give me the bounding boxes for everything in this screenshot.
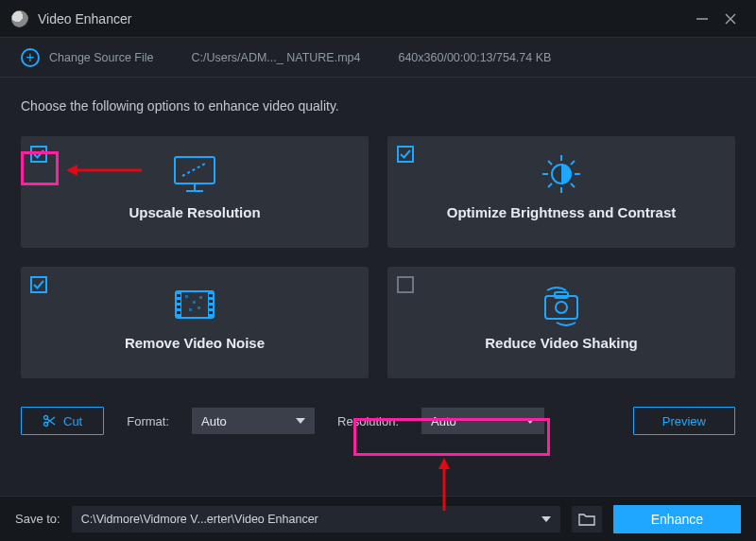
format-label: Format: bbox=[127, 414, 169, 428]
chevron-down-icon bbox=[525, 416, 535, 426]
source-meta: 640x360/00:00:13/754.74 KB bbox=[398, 51, 551, 64]
controls-row: Cut Format: Auto Resolution: Auto Previe… bbox=[21, 407, 735, 435]
folder-icon bbox=[578, 513, 595, 526]
scissors-icon bbox=[43, 414, 56, 428]
source-path: C:/Users/ADM..._ NATURE.mp4 bbox=[191, 51, 360, 64]
svg-rect-29 bbox=[199, 296, 202, 299]
brightness-contrast-icon bbox=[533, 149, 590, 199]
close-button[interactable] bbox=[716, 5, 745, 33]
instruction-text: Choose the following options to enhance … bbox=[21, 98, 735, 113]
svg-rect-26 bbox=[209, 311, 213, 314]
film-noise-icon bbox=[166, 280, 223, 329]
svg-rect-31 bbox=[198, 306, 200, 309]
svg-rect-28 bbox=[193, 301, 196, 304]
format-select[interactable]: Auto bbox=[192, 408, 315, 434]
svg-rect-21 bbox=[177, 305, 180, 308]
svg-marker-41 bbox=[541, 516, 551, 522]
svg-line-13 bbox=[571, 183, 575, 187]
change-source-label: Change Source File bbox=[49, 51, 153, 64]
main-panel: Choose the following options to enhance … bbox=[0, 78, 756, 456]
preview-label: Preview bbox=[662, 414, 706, 428]
svg-rect-24 bbox=[209, 300, 213, 303]
resolution-select[interactable]: Auto bbox=[421, 408, 544, 434]
svg-line-14 bbox=[571, 161, 575, 165]
svg-rect-20 bbox=[177, 300, 180, 303]
card-label: Optimize Brightness and Contrast bbox=[447, 204, 677, 220]
checkbox-upscale[interactable] bbox=[30, 146, 47, 163]
svg-rect-19 bbox=[177, 294, 180, 297]
svg-rect-27 bbox=[185, 295, 188, 298]
cut-label: Cut bbox=[63, 414, 82, 428]
svg-rect-25 bbox=[209, 305, 213, 308]
app-logo-icon bbox=[11, 10, 28, 27]
window-title: Video Enhancer bbox=[38, 11, 688, 26]
checkbox-optimize[interactable] bbox=[397, 146, 414, 163]
cut-button[interactable]: Cut bbox=[21, 407, 104, 435]
change-source-button[interactable]: + Change Source File bbox=[21, 48, 153, 67]
saveto-path-box[interactable]: C:\Vidmore\Vidmore V...erter\Video Enhan… bbox=[72, 506, 560, 532]
card-upscale-resolution[interactable]: Upscale Resolution bbox=[21, 136, 369, 248]
plus-circle-icon: + bbox=[21, 48, 40, 67]
checkbox-noise[interactable] bbox=[30, 276, 47, 293]
svg-rect-23 bbox=[209, 294, 213, 297]
camera-shake-icon bbox=[533, 280, 590, 329]
svg-rect-30 bbox=[189, 308, 192, 311]
svg-marker-40 bbox=[525, 418, 535, 424]
card-label: Upscale Resolution bbox=[129, 204, 260, 220]
resolution-label: Resolution: bbox=[337, 414, 399, 428]
svg-point-34 bbox=[556, 302, 567, 313]
svg-line-4 bbox=[182, 163, 207, 176]
svg-rect-32 bbox=[545, 296, 577, 319]
browse-folder-button[interactable] bbox=[572, 506, 602, 532]
svg-rect-22 bbox=[177, 311, 180, 314]
svg-line-15 bbox=[548, 183, 552, 187]
enhance-label: Enhance bbox=[651, 512, 703, 527]
format-value: Auto bbox=[201, 414, 227, 428]
chevron-down-icon bbox=[296, 416, 305, 426]
options-grid: Upscale Resolution Optimize bbox=[21, 136, 735, 378]
resolution-value: Auto bbox=[431, 414, 456, 428]
minimize-button[interactable] bbox=[688, 5, 716, 33]
chevron-down-icon bbox=[541, 515, 551, 524]
card-label: Remove Video Noise bbox=[125, 335, 265, 351]
preview-button[interactable]: Preview bbox=[633, 407, 735, 435]
svg-marker-39 bbox=[296, 418, 305, 424]
saveto-label: Save to: bbox=[15, 512, 60, 526]
saveto-path: C:\Vidmore\Vidmore V...erter\Video Enhan… bbox=[81, 513, 318, 526]
svg-marker-45 bbox=[438, 458, 450, 469]
svg-point-36 bbox=[44, 423, 48, 427]
bottom-bar: Save to: C:\Vidmore\Vidmore V...erter\Vi… bbox=[0, 496, 756, 541]
source-bar: + Change Source File C:/Users/ADM..._ NA… bbox=[0, 38, 756, 78]
checkbox-shaking[interactable] bbox=[397, 276, 414, 293]
card-remove-noise[interactable]: Remove Video Noise bbox=[21, 267, 369, 378]
card-optimize-brightness[interactable]: Optimize Brightness and Contrast bbox=[387, 136, 735, 248]
enhance-button[interactable]: Enhance bbox=[613, 505, 741, 533]
svg-line-12 bbox=[548, 161, 552, 165]
card-reduce-shaking[interactable]: Reduce Video Shaking bbox=[387, 267, 735, 378]
card-label: Reduce Video Shaking bbox=[485, 335, 637, 351]
svg-point-35 bbox=[44, 416, 48, 420]
titlebar: Video Enhancer bbox=[0, 0, 756, 38]
monitor-upscale-icon bbox=[166, 149, 223, 199]
